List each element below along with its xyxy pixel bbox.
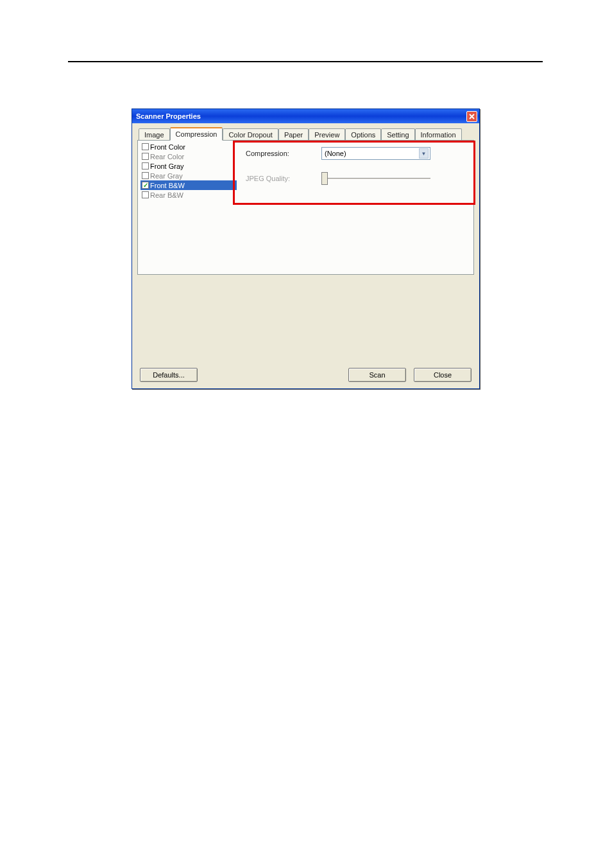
close-button[interactable]: Close: [414, 368, 472, 382]
compression-dropdown[interactable]: (None) ▼: [321, 147, 430, 160]
list-item-label: Rear Color: [150, 153, 184, 161]
checkbox-front-bw[interactable]: [142, 182, 149, 189]
tabstrip: Image Compression Color Dropout Paper Pr…: [139, 127, 474, 141]
lower-spacer: [137, 275, 474, 368]
jpeg-quality-row: JPEG Quality:: [246, 171, 464, 186]
list-item-label: Rear Gray: [150, 172, 183, 180]
slider-thumb: [321, 172, 328, 185]
tab-options[interactable]: Options: [345, 128, 381, 141]
compression-form: Compression: (None) ▼ JPEG Quality:: [237, 141, 473, 274]
list-item-label: Rear B&W: [150, 191, 183, 199]
dialog-body: Image Compression Color Dropout Paper Pr…: [132, 123, 479, 388]
list-item-rear-color[interactable]: Rear Color: [140, 152, 237, 161]
window-title: Scanner Properties: [136, 112, 201, 120]
titlebar[interactable]: Scanner Properties: [132, 109, 479, 123]
dialog-button-row: Defaults... Scan Close: [137, 368, 474, 382]
compression-label: Compression:: [246, 150, 321, 157]
tab-compression[interactable]: Compression: [170, 127, 223, 141]
checkbox-rear-color[interactable]: [142, 153, 149, 160]
checkbox-rear-gray[interactable]: [142, 172, 149, 179]
list-item-front-gray[interactable]: Front Gray: [140, 161, 237, 171]
jpeg-quality-label: JPEG Quality:: [246, 175, 321, 182]
close-icon[interactable]: [466, 111, 477, 122]
list-item-front-bw[interactable]: Front B&W: [140, 180, 237, 190]
page-divider: [68, 61, 543, 62]
tab-information[interactable]: Information: [415, 128, 462, 141]
list-item-label: Front Color: [150, 143, 185, 151]
scanner-properties-dialog: Scanner Properties Image Compression Col…: [132, 108, 480, 389]
image-selection-list[interactable]: Front Color Rear Color Front Gray Rear G…: [138, 141, 237, 274]
tab-preview[interactable]: Preview: [309, 128, 345, 141]
tab-image[interactable]: Image: [139, 128, 170, 141]
list-item-front-color[interactable]: Front Color: [140, 142, 237, 152]
tab-color-dropout[interactable]: Color Dropout: [223, 128, 278, 141]
compression-row: Compression: (None) ▼: [246, 147, 464, 160]
list-item-rear-gray[interactable]: Rear Gray: [140, 171, 237, 180]
scan-button[interactable]: Scan: [348, 368, 406, 382]
tab-content-panel: Front Color Rear Color Front Gray Rear G…: [137, 140, 474, 275]
checkbox-front-color[interactable]: [142, 143, 149, 150]
tab-paper[interactable]: Paper: [278, 128, 309, 141]
checkbox-rear-bw[interactable]: [142, 191, 149, 198]
compression-value: (None): [325, 150, 346, 157]
chevron-down-icon: ▼: [419, 148, 429, 159]
slider-track: [321, 178, 430, 180]
list-item-label: Front Gray: [150, 162, 184, 170]
jpeg-quality-slider: [321, 171, 430, 186]
defaults-button[interactable]: Defaults...: [140, 368, 198, 382]
list-item-label: Front B&W: [150, 182, 185, 189]
list-item-rear-bw[interactable]: Rear B&W: [140, 190, 237, 200]
checkbox-front-gray[interactable]: [142, 162, 149, 169]
tab-setting[interactable]: Setting: [381, 128, 414, 141]
